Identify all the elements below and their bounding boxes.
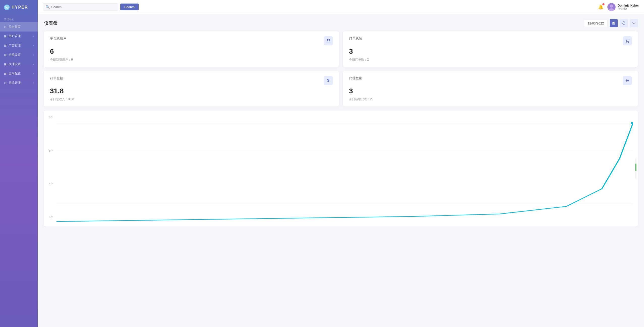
users-icon: ⊞ [4, 35, 7, 38]
sidebar-item-global-config[interactable]: ⊞ 全局配置 › [0, 69, 38, 78]
stat-label: 订单金额 [50, 76, 63, 80]
svg-point-10 [627, 42, 627, 43]
date-display: 12/03/2022 [584, 20, 608, 27]
group-icon: ⊞ [4, 53, 7, 57]
chevron-right-icon: › [33, 53, 34, 56]
sidebar-logo: HYPER [0, 0, 38, 15]
chevron-right-icon: › [33, 35, 34, 38]
orders-stat-icon [623, 36, 632, 45]
page-header-actions: 12/03/2022 [584, 19, 638, 27]
user-info[interactable]: Dominic Keber Founder [607, 3, 639, 11]
scroll-thumb [635, 164, 636, 171]
stat-card-header: 代理数量 [349, 76, 632, 85]
svg-point-9 [329, 39, 330, 41]
sidebar-item-ad-mgmt[interactable]: ⊞ 广告管理 › [0, 41, 38, 50]
page-content: 仪表盘 12/03/2022 [38, 14, 644, 327]
stat-value: 6 [50, 47, 333, 56]
scroll-indicator[interactable] [635, 158, 636, 179]
search-button[interactable]: Search [120, 4, 139, 10]
sidebar-item-label: 系统管理 [9, 81, 21, 85]
sidebar-item-agent-settings[interactable]: ⊞ 代理设置 › [0, 60, 38, 69]
stat-card-total-orders: 订单总数 3 今日订单数：2 [343, 31, 638, 67]
logo-text: HYPER [12, 5, 28, 10]
logo-icon [4, 5, 10, 10]
header: 🔍 Search 🔔 Dominic Keber [38, 0, 644, 14]
sidebar-item-label: 全局配置 [9, 71, 21, 76]
sidebar-section-label: 管理中心 [0, 15, 38, 22]
sidebar-item-user-mgmt[interactable]: ⊞ 用户管理 › [0, 32, 38, 41]
stat-card-total-users: 平台总用户 6 今日新增用户：6 [44, 31, 339, 67]
search-input[interactable] [51, 5, 115, 9]
svg-point-3 [610, 5, 613, 8]
stat-sub: 今日新增代理：2 [349, 97, 632, 101]
user-role: Founder [618, 7, 639, 10]
users-stat-icon [324, 36, 333, 45]
svg-point-16 [631, 122, 633, 124]
stat-value: 3 [349, 87, 632, 95]
refresh-button[interactable] [620, 19, 628, 27]
stat-value: 31.8 [50, 87, 333, 95]
chart-y-label-6: 6个 [49, 116, 53, 119]
chart-y-label-3: 3个 [49, 215, 53, 219]
user-details: Dominic Keber Founder [618, 4, 639, 10]
chart-svg [56, 113, 633, 224]
chevron-right-icon: › [33, 72, 34, 75]
stat-label: 平台总用户 [50, 36, 66, 41]
ad-icon: ⊞ [4, 44, 7, 47]
stat-card-header: 订单金额 $ [50, 76, 333, 85]
search-input-wrapper: 🔍 [43, 3, 118, 11]
stat-value: 3 [349, 47, 632, 56]
chevron-right-icon: › [33, 44, 34, 47]
sidebar-item-dashboard[interactable]: ⊙ 后台首页 [0, 22, 38, 32]
save-button[interactable] [610, 19, 618, 27]
stat-card-order-amount: 订单金额 $ 31.8 今日总收入：30.8 [44, 71, 339, 106]
stat-sub: 今日新增用户：6 [50, 58, 333, 62]
stat-card-agent-count: 代理数量 3 今日新增代理：2 [343, 71, 638, 106]
main-content: 🔍 Search 🔔 Dominic Keber [38, 0, 644, 327]
chart-y-label-4: 4个 [49, 182, 53, 186]
dashboard-icon: ⊙ [4, 25, 7, 29]
svg-rect-6 [613, 22, 614, 23]
agent-stat-icon [623, 76, 632, 85]
stat-label: 订单总数 [349, 36, 362, 41]
stat-card-header: 平台总用户 [50, 36, 333, 45]
stat-card-header: 订单总数 [349, 36, 632, 45]
search-container: 🔍 Search [43, 3, 139, 11]
config-icon: ⊞ [4, 72, 7, 75]
sidebar: HYPER 管理中心 ⊙ 后台首页 ⊞ 用户管理 › ⊞ 广告管理 › ⊞ 组群… [0, 0, 38, 327]
user-name: Dominic Keber [618, 4, 639, 7]
stat-label: 代理数量 [349, 76, 362, 80]
page-title: 仪表盘 [44, 20, 57, 26]
svg-rect-7 [613, 23, 615, 24]
filter-button[interactable] [630, 19, 638, 27]
stats-grid: 平台总用户 6 今日新增用户：6 订单总数 [44, 31, 638, 106]
sidebar-item-label: 组群设置 [9, 53, 21, 57]
system-icon: ⊙ [4, 81, 7, 85]
svg-point-8 [327, 39, 328, 41]
svg-point-11 [628, 42, 629, 43]
svg-point-1 [6, 7, 8, 8]
notification-bell[interactable]: 🔔 [598, 4, 603, 10]
chevron-right-icon: › [33, 81, 34, 84]
notification-badge [602, 3, 604, 5]
sidebar-item-label: 后台首页 [9, 25, 21, 29]
sidebar-item-label: 代理设置 [9, 62, 21, 66]
avatar [607, 3, 616, 11]
agent-icon: ⊞ [4, 63, 7, 66]
chart-card: 6个 5个 4个 3个 [44, 111, 638, 227]
header-right: 🔔 Dominic Keber Founder [598, 3, 639, 11]
chart-y-label-5: 5个 [49, 149, 53, 153]
chevron-right-icon: › [33, 63, 34, 66]
bell-icon: 🔔 [598, 5, 603, 10]
stat-sub: 今日总收入：30.8 [50, 97, 333, 101]
sidebar-item-system-mgmt[interactable]: ⊙ 系统管理 › [0, 78, 38, 88]
amount-stat-icon: $ [324, 76, 333, 85]
sidebar-item-group-settings[interactable]: ⊞ 组群设置 › [0, 50, 38, 60]
search-icon: 🔍 [46, 5, 50, 9]
page-header: 仪表盘 12/03/2022 [44, 19, 638, 27]
sidebar-item-label: 用户管理 [9, 34, 21, 38]
sidebar-item-label: 广告管理 [9, 43, 21, 48]
stat-sub: 今日订单数：2 [349, 58, 632, 62]
